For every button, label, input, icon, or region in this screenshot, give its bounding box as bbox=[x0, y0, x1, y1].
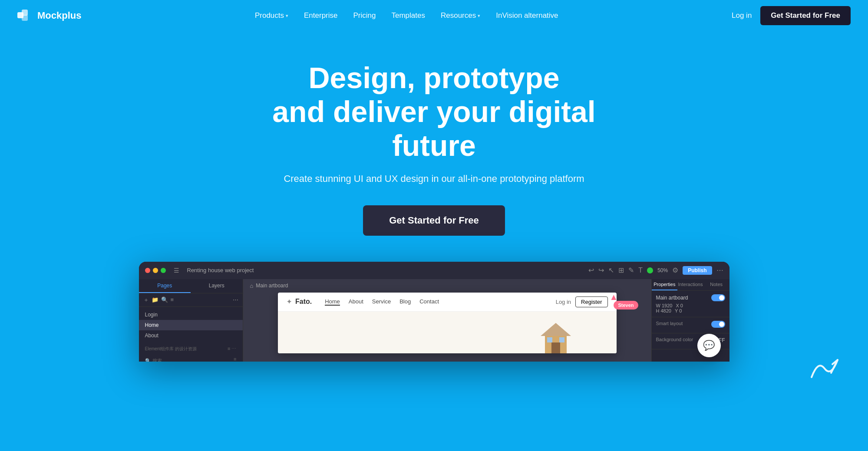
sidebar-actions: ＋ 📁 🔍 ≡ ⋯ bbox=[139, 293, 243, 307]
logo[interactable]: Mockplus bbox=[17, 10, 81, 22]
search-placeholder[interactable]: 🔍 搜索 bbox=[145, 358, 162, 362]
fake-nav-links: Home About Service Blog Contact bbox=[325, 298, 555, 306]
canvas-area: ⌂ Main artboard ✦ Fato. Home Ab bbox=[243, 279, 651, 362]
tab-notes[interactable]: Notes bbox=[703, 279, 729, 290]
hero-section: Design, prototype and deliver your digit… bbox=[0, 0, 868, 451]
close-dot bbox=[145, 268, 150, 273]
sidebar-search: 🔍 搜索 ≡ bbox=[139, 355, 243, 362]
fake-site-body bbox=[278, 312, 617, 353]
logo-text: Mockplus bbox=[37, 10, 81, 21]
chat-icon: 💬 bbox=[703, 340, 715, 351]
artboard-label: ⌂ Main artboard bbox=[243, 279, 295, 293]
toolbar: ↩ ↪ ↖ ⊞ ✎ T 50% ⚙ Publish ⋯ bbox=[588, 266, 723, 275]
search-icon[interactable]: 🔍 bbox=[161, 296, 168, 303]
x-label: X bbox=[676, 303, 679, 308]
add-icon[interactable]: ＋ bbox=[143, 296, 149, 304]
h-value: 4820 bbox=[660, 308, 671, 313]
nav-templates[interactable]: Templates bbox=[391, 11, 425, 20]
app-preview-wrapper: ☰ Renting house web project ↩ ↪ ↖ ⊞ ✎ T … bbox=[130, 262, 738, 362]
fake-nav-contact: Contact bbox=[419, 298, 439, 306]
canvas-overlay: ▲ Steven bbox=[614, 301, 638, 309]
hero-title: Design, prototype and deliver your digit… bbox=[239, 61, 630, 163]
house-illustration bbox=[538, 321, 573, 353]
nav-resources[interactable]: Resources ▾ bbox=[441, 11, 480, 20]
sidebar-tabs: Pages Layers bbox=[139, 279, 243, 293]
nav-links: Products ▾ Enterprise Pricing Templates … bbox=[255, 11, 558, 20]
page-home[interactable]: Home bbox=[139, 320, 243, 330]
page-login[interactable]: Login bbox=[139, 309, 243, 320]
smart-layout-section: Smart layout bbox=[652, 317, 729, 333]
page-about[interactable]: About bbox=[139, 330, 243, 341]
y-value: 0 bbox=[679, 308, 682, 313]
fake-nav-actions: Log in Register bbox=[556, 296, 608, 307]
products-chevron-icon: ▾ bbox=[286, 13, 288, 19]
nav-invision[interactable]: InVision alternative bbox=[496, 11, 558, 20]
chat-bubble[interactable]: 💬 bbox=[697, 334, 721, 357]
minimize-dot bbox=[153, 268, 158, 273]
smart-layout-row: Smart layout bbox=[656, 321, 725, 328]
artboard-toggle[interactable] bbox=[711, 294, 725, 301]
fake-nav-about: About bbox=[349, 298, 363, 306]
text-icon[interactable]: T bbox=[638, 267, 643, 274]
tab-layers[interactable]: Layers bbox=[191, 279, 243, 293]
w-value: 1920 bbox=[662, 303, 672, 308]
more-icon[interactable]: ⋯ bbox=[716, 266, 723, 274]
nav-pricing[interactable]: Pricing bbox=[353, 11, 376, 20]
list-icon[interactable]: ≡ bbox=[171, 296, 174, 303]
y-label: Y bbox=[675, 308, 678, 313]
svg-rect-6 bbox=[547, 337, 552, 342]
svg-rect-1 bbox=[22, 10, 28, 16]
zoom-level: 50% bbox=[657, 267, 668, 273]
smart-layout-label: Smart layout bbox=[656, 321, 683, 326]
fake-nav-service: Service bbox=[372, 298, 391, 306]
svg-rect-5 bbox=[551, 342, 560, 353]
hero-cta-button[interactable]: Get Started for Free bbox=[363, 205, 505, 236]
height-coord: H 4820 bbox=[656, 308, 671, 313]
menu-icon: ☰ bbox=[174, 267, 179, 274]
component-header: Element组件库 的设计资源 ≡ ⋯ bbox=[139, 343, 243, 355]
fake-register: Register bbox=[575, 296, 607, 307]
fake-login: Log in bbox=[556, 299, 571, 305]
frame-icon[interactable]: ⊞ bbox=[618, 266, 624, 274]
search-list-icon: ≡ bbox=[234, 356, 236, 362]
cursor-icon: ▲ bbox=[609, 292, 618, 302]
wh-row: W 1920 X 0 bbox=[656, 303, 725, 308]
tab-pages[interactable]: Pages bbox=[139, 279, 191, 293]
width-coord: W 1920 bbox=[656, 303, 673, 308]
pen-icon[interactable]: ✎ bbox=[628, 266, 634, 274]
tab-interactions[interactable]: Interactions bbox=[677, 279, 703, 290]
avatar-badge: Steven bbox=[614, 301, 638, 309]
redo-icon[interactable]: ↪ bbox=[598, 266, 604, 274]
artboard-section: Main artboard W 1920 X 0 bbox=[652, 291, 729, 317]
squiggle-decoration bbox=[807, 356, 842, 382]
login-link[interactable]: Log in bbox=[732, 11, 752, 20]
nav-actions: Log in Get Started for Free bbox=[732, 6, 851, 25]
smart-layout-toggle[interactable] bbox=[711, 321, 725, 328]
undo-icon[interactable]: ↩ bbox=[588, 266, 594, 274]
svg-rect-7 bbox=[559, 337, 564, 342]
publish-button[interactable]: Publish bbox=[683, 266, 712, 275]
x-value: 0 bbox=[680, 303, 683, 308]
app-window: ☰ Renting house web project ↩ ↪ ↖ ⊞ ✎ T … bbox=[139, 262, 729, 362]
artboard-home-icon: ⌂ bbox=[250, 283, 254, 289]
folder-icon[interactable]: 📁 bbox=[152, 296, 158, 303]
h-label: H bbox=[656, 308, 660, 313]
component-actions-icon[interactable]: ≡ ⋯ bbox=[228, 346, 236, 352]
bg-color-label: Background color bbox=[656, 337, 693, 342]
resources-chevron-icon: ▾ bbox=[478, 13, 480, 19]
artboard-name-row: Main artboard bbox=[656, 294, 725, 301]
hero-subtitle: Create stunning UI and UX design in our … bbox=[284, 173, 584, 184]
sidebar-more-icon[interactable]: ⋯ bbox=[233, 296, 238, 303]
svg-rect-2 bbox=[22, 15, 28, 21]
fake-nav-home: Home bbox=[325, 298, 340, 306]
hy-row: H 4820 Y 0 bbox=[656, 308, 725, 313]
cursor-icon[interactable]: ↖ bbox=[608, 266, 614, 274]
nav-cta-button[interactable]: Get Started for Free bbox=[760, 6, 851, 25]
svg-marker-3 bbox=[541, 323, 571, 336]
nav-products[interactable]: Products ▾ bbox=[255, 11, 288, 20]
settings-icon[interactable]: ⚙ bbox=[672, 266, 678, 274]
titlebar-controls bbox=[145, 268, 166, 273]
nav-enterprise[interactable]: Enterprise bbox=[304, 11, 337, 20]
tab-properties[interactable]: Properties bbox=[652, 279, 678, 290]
navbar: Mockplus Products ▾ Enterprise Pricing T… bbox=[0, 0, 868, 31]
